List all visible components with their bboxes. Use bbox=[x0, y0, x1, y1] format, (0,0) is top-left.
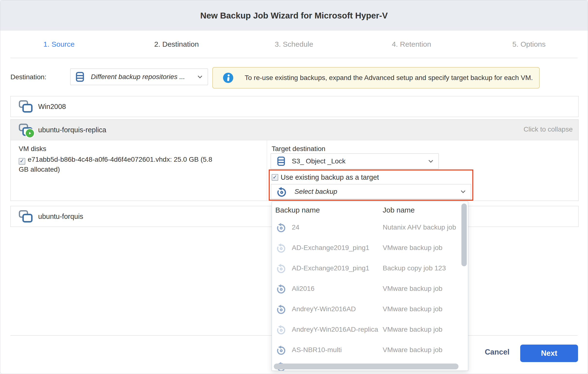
steps-divider bbox=[10, 58, 578, 58]
chevron-down-icon bbox=[460, 188, 466, 195]
disk-text: e71abb5d-b86b-4c48-a0f6-4d6f4e072601.vhd… bbox=[19, 156, 212, 173]
backup-restore-icon bbox=[276, 304, 286, 314]
vm-row-replica[interactable]: ubuntu-forquis-replica Click to collapse bbox=[11, 120, 578, 140]
repository-icon bbox=[76, 72, 84, 82]
wizard-header: New Backup Job Wizard for Microsoft Hype… bbox=[0, 0, 588, 31]
select-backup-placeholder: Select backup bbox=[294, 188, 460, 196]
destination-select-value: Different backup repositories ... bbox=[91, 73, 197, 81]
target-destination-label: Target destination bbox=[272, 145, 325, 153]
step-schedule[interactable]: 3. Schedule bbox=[235, 31, 353, 58]
backup-restore-icon bbox=[276, 263, 286, 274]
job-name: VMware backup job bbox=[383, 346, 442, 354]
job-name: VMware backup job bbox=[383, 244, 442, 252]
job-name: VMware backup job bbox=[383, 305, 442, 313]
highlight-red-box: ✓ Use existing backup as a target Select… bbox=[269, 169, 473, 201]
job-name: Backup copy job 123 bbox=[383, 264, 446, 272]
backup-option[interactable]: AndreyY-Win2016AD VMware backup job bbox=[272, 299, 468, 319]
backup-restore-icon bbox=[276, 324, 286, 335]
wizard-title: New Backup Job Wizard for Microsoft Hype… bbox=[200, 11, 388, 21]
vm-row-win2008[interactable]: Win2008 bbox=[10, 96, 578, 117]
target-destination-value: S3_ Object _Lock bbox=[292, 157, 427, 165]
disk-checkbox[interactable]: ✓ bbox=[19, 158, 25, 165]
vertical-scrollbar[interactable] bbox=[462, 204, 467, 266]
backup-option[interactable]: 24 Nutanix AHV backup job bbox=[272, 217, 468, 238]
job-name: VMware backup job bbox=[383, 326, 442, 333]
backup-name: AndreyY-Win2016AD bbox=[292, 305, 356, 313]
vm-replica-icon bbox=[19, 123, 33, 136]
running-badge-icon bbox=[25, 128, 35, 138]
backup-restore-icon bbox=[276, 186, 287, 197]
backup-name: AS-NBR10-multi bbox=[292, 346, 342, 354]
collapse-hint[interactable]: Click to collapse bbox=[524, 125, 573, 133]
wizard-steps: 1. Source 2. Destination 3. Schedule 4. … bbox=[0, 31, 588, 58]
repository-icon bbox=[277, 156, 285, 166]
destination-select[interactable]: Different backup repositories ... bbox=[70, 69, 208, 85]
vm-disks-label: VM disks bbox=[19, 145, 46, 153]
info-icon bbox=[222, 72, 234, 83]
info-banner: To re-use existing backups, expand the A… bbox=[212, 67, 540, 88]
info-banner-text: To re-use existing backups, expand the A… bbox=[245, 74, 533, 82]
backup-option[interactable]: AndreyY-Win2016AD-replica VMware backup … bbox=[272, 319, 468, 340]
backup-option[interactable]: Ali2016 VMware backup job bbox=[272, 278, 468, 299]
backup-job-wizard-dialog: New Backup Job Wizard for Microsoft Hype… bbox=[0, 0, 588, 374]
vm-disk-item: ✓e71abb5d-b86b-4c48-a0f6-4d6f4e072601.vh… bbox=[19, 155, 223, 174]
vm-expanded-panel: ubuntu-forquis-replica Click to collapse… bbox=[10, 119, 578, 201]
vm-icon bbox=[19, 210, 33, 223]
chevron-down-icon bbox=[427, 158, 434, 165]
step-source[interactable]: 1. Source bbox=[0, 31, 118, 58]
cancel-button[interactable]: Cancel bbox=[476, 348, 518, 357]
select-backup-dropdown[interactable]: Select backup bbox=[271, 184, 471, 199]
backup-option[interactable]: AD-Exchange2019_ping1 VMware backup job bbox=[272, 238, 468, 258]
backup-restore-icon bbox=[276, 283, 286, 294]
vm-name: ubuntu-forquis bbox=[38, 212, 83, 220]
job-name: VMware backup job bbox=[383, 285, 442, 293]
backup-name: AD-Exchange2019_ping1 bbox=[292, 264, 369, 272]
backup-name: Ali2016 bbox=[292, 285, 315, 293]
use-existing-backup-row[interactable]: ✓ Use existing backup as a target bbox=[272, 173, 379, 181]
column-backup-name: Backup name bbox=[275, 206, 320, 214]
step-retention[interactable]: 4. Retention bbox=[353, 31, 470, 58]
backup-restore-icon bbox=[276, 242, 286, 253]
vm-name: Win2008 bbox=[38, 103, 66, 111]
destination-label: Destination: bbox=[10, 73, 46, 81]
target-destination-select[interactable]: S3_ Object _Lock bbox=[271, 154, 439, 169]
column-job-name: Job name bbox=[383, 206, 415, 214]
backup-option[interactable]: AS-NBR10-multi VMware backup job bbox=[272, 340, 468, 360]
use-existing-label: Use existing backup as a target bbox=[281, 173, 379, 181]
horizontal-scrollbar[interactable] bbox=[274, 363, 459, 369]
next-button[interactable]: Next bbox=[520, 345, 578, 362]
vm-icon bbox=[19, 100, 33, 113]
dropdown-rows: 24 Nutanix AHV backup job AD-Exchange201… bbox=[272, 217, 468, 360]
backup-restore-icon bbox=[276, 345, 286, 355]
chevron-down-icon bbox=[197, 73, 203, 80]
step-destination[interactable]: 2. Destination bbox=[118, 31, 235, 58]
vm-name: ubuntu-forquis-replica bbox=[38, 126, 106, 134]
use-existing-checkbox[interactable]: ✓ bbox=[272, 174, 278, 181]
backup-restore-icon bbox=[276, 222, 286, 233]
job-name: Nutanix AHV backup job bbox=[383, 223, 456, 231]
backup-name: 24 bbox=[292, 223, 299, 231]
backup-option[interactable]: AD-Exchange2019_ping1 Backup copy job 12… bbox=[272, 258, 468, 278]
panel-column-divider bbox=[267, 140, 267, 201]
step-options[interactable]: 5. Options bbox=[470, 31, 588, 58]
backup-dropdown-panel: Backup name Job name 24 Nutanix AHV back… bbox=[272, 201, 468, 371]
backup-name: AndreyY-Win2016AD-replica bbox=[292, 326, 378, 333]
backup-name: AD-Exchange2019_ping1 bbox=[292, 244, 369, 252]
